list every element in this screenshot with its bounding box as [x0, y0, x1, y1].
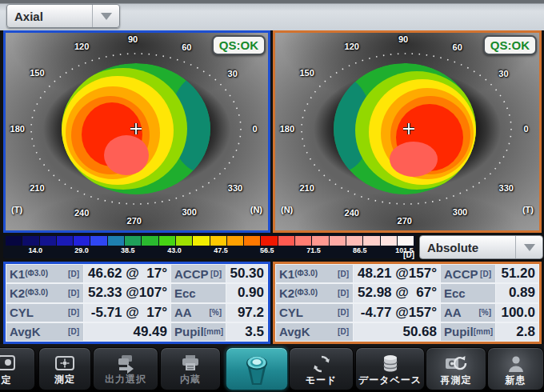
k2-label: K2(Φ3.0)[D] [6, 284, 83, 302]
pupil-value: 3.5 [226, 323, 267, 341]
aa-value: 97.2 [226, 304, 267, 322]
new-patient-button[interactable]: 新患 [487, 347, 544, 390]
angle-label: 270 [127, 216, 142, 226]
settings-icon [0, 354, 17, 374]
temporal-nasal-label: (T) [522, 205, 534, 214]
topography-screen: Axial [0, 0, 544, 392]
ecc-value: 0.90 [226, 284, 267, 302]
builtin-printer-button[interactable]: 内蔵 [160, 347, 221, 390]
color-scale-ticks: 14.0 29.0 38.5 43.0 47.5 56.5 71.5 86.5 … [3, 246, 416, 256]
color-swatch [227, 236, 243, 246]
color-swatch [278, 236, 294, 246]
left-eye-panel[interactable]: 90 120 60 150 30 180 0 210 330 240 300 2… [3, 30, 270, 233]
angle-label: 120 [345, 42, 359, 51]
right-topography-map [275, 33, 539, 226]
color-swatch [210, 236, 226, 246]
color-swatch [6, 236, 22, 246]
settings-button[interactable]: 定 [0, 347, 35, 390]
measuring-cone-button[interactable] [226, 347, 288, 390]
new-patient-icon [506, 354, 526, 374]
avgk-value: 49.49 [84, 323, 170, 341]
measure-button[interactable]: 測定 [38, 347, 91, 390]
scale-mode-dropdown[interactable]: Absolute [419, 235, 543, 259]
cyl-value: -4.77 @157° [354, 304, 440, 322]
color-swatch [125, 236, 141, 246]
right-eye-panel[interactable]: 90 120 60 150 30 180 0 210 330 240 300 2… [273, 30, 542, 233]
pupil-label: Pupil[mm] [441, 323, 495, 341]
k1-label: K1(Φ3.0)[D] [6, 265, 83, 282]
qs-ok-badge: QS:OK [483, 35, 537, 55]
printer-icon [180, 354, 201, 374]
color-swatch [312, 236, 328, 246]
avgk-value: 50.68 [354, 323, 440, 341]
angle-label: 180 [10, 124, 25, 134]
angle-label: 0 [523, 124, 528, 134]
cyl-label: CYL[D] [276, 304, 353, 322]
left-eye-photo: 90 120 60 150 30 180 0 210 330 240 300 2… [6, 33, 268, 230]
angle-label: 240 [74, 208, 89, 218]
avgk-label: AvgK[D] [276, 323, 353, 341]
color-swatch [40, 236, 56, 246]
angle-label: 60 [453, 42, 462, 52]
k2-value: 52.33 @107° [84, 284, 170, 302]
scale-tick-label: 56.5 [260, 246, 274, 254]
angle-label: 0 [253, 124, 258, 134]
mode-button[interactable]: モード [289, 347, 354, 390]
angle-label: 180 [280, 124, 294, 134]
scale-mode-value: Absolute [420, 236, 515, 258]
placido-cone-icon [239, 351, 274, 386]
color-swatch [330, 236, 346, 246]
angle-label: 300 [182, 207, 196, 217]
scale-tick-label: 29.0 [74, 246, 89, 254]
cyl-label: CYL[D] [6, 304, 83, 322]
angle-label: 270 [398, 216, 412, 226]
angle-label: 60 [182, 42, 191, 52]
ecc-label: Ecc [441, 284, 495, 302]
color-swatch [159, 236, 175, 246]
color-swatch [142, 236, 158, 246]
k1-value: 48.21 @157° [354, 265, 440, 282]
color-swatch [22, 236, 38, 246]
color-scale-swatches [3, 234, 416, 246]
accp-label: ACCP[D] [441, 265, 495, 282]
left-eye-data-table: K1(Φ3.0)[D] 46.62 @ 17° ACCP[D] 50.30 K2… [3, 262, 270, 344]
scale-tick-label: 86.5 [353, 246, 367, 254]
angle-label: 150 [30, 68, 44, 78]
color-swatch [295, 236, 311, 246]
color-scale-bar: 14.0 29.0 38.5 43.0 47.5 56.5 71.5 86.5 … [3, 234, 416, 258]
color-swatch [381, 236, 397, 246]
remeasure-button[interactable]: 再測定 [426, 347, 486, 390]
color-swatch [74, 236, 90, 246]
chevron-down-icon [92, 5, 119, 27]
k1-value: 46.62 @ 17° [84, 265, 170, 282]
k2-value: 52.98 @ 67° [354, 284, 440, 302]
avgk-label: AvgK[D] [6, 323, 83, 341]
accp-value: 50.30 [226, 265, 267, 282]
right-eye-photo: 90 120 60 150 30 180 0 210 330 240 300 2… [275, 33, 539, 230]
k1-label: K1(Φ3.0)[D] [276, 265, 353, 282]
accp-value: 51.20 [496, 265, 538, 282]
k2-label: K2(Φ3.0)[D] [276, 284, 353, 302]
angle-label: 90 [398, 34, 408, 44]
database-icon [381, 354, 400, 374]
color-swatch [346, 236, 362, 246]
map-type-value: Axial [7, 5, 92, 27]
mode-cycle-icon [311, 354, 332, 374]
angle-label: 330 [228, 183, 242, 193]
pupil-value: 2.8 [496, 323, 538, 341]
scale-tick-label: 14.0 [28, 246, 42, 254]
aa-label: AA[%] [171, 304, 226, 322]
output-select-button[interactable]: 出力選択 [93, 347, 158, 390]
ecc-value: 0.89 [496, 284, 538, 302]
map-type-dropdown[interactable]: Axial [6, 4, 120, 28]
cyl-value: -5.71 @ 17° [84, 304, 170, 322]
aa-value: 100.0 [496, 304, 538, 322]
qs-ok-badge: QS:OK [212, 35, 266, 55]
accp-label: ACCP[D] [171, 265, 226, 282]
angle-label: 300 [453, 207, 467, 217]
database-button[interactable]: データベース [355, 347, 425, 390]
angle-label: 120 [74, 42, 89, 51]
scale-tick-label: 38.5 [121, 246, 135, 254]
angle-label: 90 [128, 34, 138, 44]
aa-label: AA[%] [441, 304, 495, 322]
